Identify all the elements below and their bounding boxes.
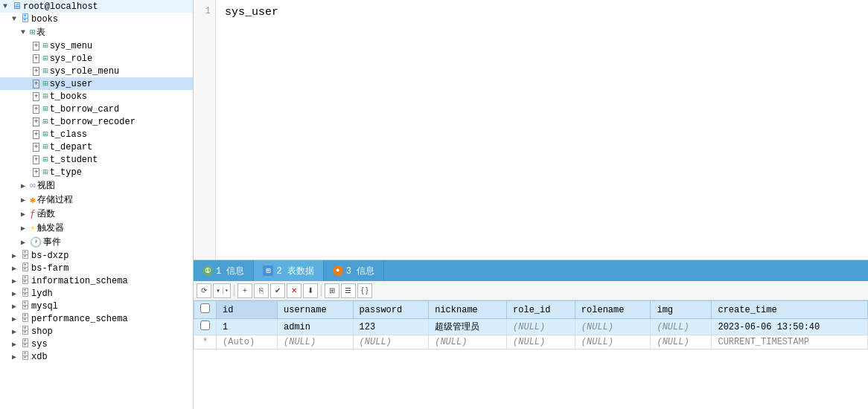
cell-create_time[interactable]: 2023-06-06 13:50:40	[712, 319, 868, 335]
table-icon: ⊞	[42, 141, 48, 152]
db-icon: 🗄	[21, 351, 30, 362]
new-cell-id[interactable]: (Auto)	[217, 335, 278, 350]
cell-password[interactable]: 123	[353, 319, 429, 335]
tab-circle-info3: ●	[333, 265, 343, 276]
trigger-expand-icon: ▶	[21, 224, 28, 233]
event-icon: 🕐	[30, 236, 42, 248]
trigger-label: 触发器	[37, 222, 64, 234]
cell-id[interactable]: 1	[217, 319, 278, 335]
db-name: sys	[31, 339, 48, 350]
db-shop[interactable]: ▶ 🗄 shop	[0, 325, 193, 338]
new-cell-nickname[interactable]: (NULL)	[429, 335, 507, 350]
books-db-icon: 🗄	[21, 13, 30, 25]
new-cell-rolename[interactable]: (NULL)	[575, 335, 651, 350]
btn-copy-row[interactable]: ⎘	[254, 283, 269, 298]
cell-rolename[interactable]: (NULL)	[575, 319, 651, 335]
table-icon: ⊞	[42, 154, 48, 165]
table-t_student[interactable]: + ⊞ t_student	[0, 153, 193, 166]
btn-delete-row[interactable]: ✕	[287, 283, 301, 298]
table-sys_role[interactable]: + ⊞ sys_role	[0, 52, 193, 65]
sql-editor[interactable]: 1 sys_user	[194, 0, 868, 260]
db-icon: 🗄	[21, 288, 30, 299]
table-icon: ⊞	[42, 129, 48, 140]
group-triggers[interactable]: ▶ ⚡ 触发器	[0, 221, 193, 235]
btn-json-view[interactable]: { }	[357, 283, 372, 298]
select-all-checkbox[interactable]	[200, 303, 210, 313]
table-sys_user[interactable]: + ⊞ sys_user	[0, 77, 193, 90]
separator2	[321, 285, 322, 297]
db-xdb[interactable]: ▶ 🗄 xdb	[0, 350, 193, 363]
table-icon: ⊞	[42, 167, 48, 178]
btn-grid-view[interactable]: ⊞	[325, 283, 339, 298]
cell-username[interactable]: admin	[278, 319, 354, 335]
db-sys[interactable]: ▶ 🗄 sys	[0, 338, 193, 350]
row-checkbox[interactable]	[200, 321, 210, 330]
sidebar: ▼ 🖥 root@localhost ▼ 🗄 books ▼ ⊞ 表 + ⊞ s…	[0, 0, 194, 409]
table-sys_role_menu[interactable]: + ⊞ sys_role_menu	[0, 65, 193, 77]
plus-icon: +	[33, 92, 39, 101]
group-views[interactable]: ▶ ∞ 视图	[0, 178, 193, 193]
db-bs-farm[interactable]: ▶ 🗄 bs-farm	[0, 262, 193, 274]
db-bs-dxzp[interactable]: ▶ 🗄 bs-dxzp	[0, 249, 193, 262]
db-name: shop	[31, 326, 53, 337]
new-cell-img[interactable]: (NULL)	[651, 335, 712, 350]
db-icon: 🗄	[21, 326, 30, 337]
table-name: sys_role_menu	[50, 66, 120, 77]
btn-refresh[interactable]: ⟳	[197, 283, 211, 298]
tab-info1[interactable]: ① 1 信息	[194, 260, 254, 281]
new-row: * (Auto) (NULL) (NULL) (NULL) (NULL) (NU…	[194, 335, 868, 350]
new-cell-username[interactable]: (NULL)	[278, 335, 354, 350]
db-icon: 🗄	[21, 313, 30, 324]
table-t_depart[interactable]: + ⊞ t_depart	[0, 141, 193, 153]
cell-nickname[interactable]: 超级管理员	[429, 319, 507, 335]
line-numbers: 1	[194, 0, 216, 260]
sidebar-root[interactable]: ▼ 🖥 root@localhost	[0, 0, 193, 13]
db-books[interactable]: ▼ 🗄 books	[0, 13, 193, 25]
btn-form-view[interactable]: ☰	[341, 283, 356, 298]
table-icon: ⊞	[42, 103, 48, 115]
table-sys_menu[interactable]: + ⊞ sys_menu	[0, 39, 193, 52]
table-t_class[interactable]: + ⊞ t_class	[0, 128, 193, 141]
plus-icon: +	[33, 143, 39, 152]
table-t_books[interactable]: + ⊞ t_books	[0, 90, 193, 103]
table-name: t_student	[50, 155, 98, 165]
table-icon: ⊞	[42, 65, 48, 77]
table-t_borrow_card[interactable]: + ⊞ t_borrow_card	[0, 103, 193, 115]
plus-icon: +	[33, 155, 39, 164]
table-t_type[interactable]: + ⊞ t_type	[0, 166, 193, 178]
db-name: lydh	[31, 289, 53, 299]
new-cell-role_id[interactable]: (NULL)	[507, 335, 575, 350]
cell-img[interactable]: (NULL)	[651, 319, 712, 335]
new-cell-create_time[interactable]: CURRENT_TIMESTAMP	[712, 335, 868, 350]
tab-info3[interactable]: ● 3 信息	[324, 260, 384, 281]
expand-icon: ▶	[12, 251, 19, 260]
group-functions[interactable]: ▶ ƒ 函数	[0, 207, 193, 221]
table-name: sys_role	[50, 54, 93, 64]
separator1	[234, 285, 234, 297]
views-expand-icon: ▶	[21, 181, 28, 190]
db-lydh[interactable]: ▶ 🗄 lydh	[0, 287, 193, 300]
group-events[interactable]: ▶ 🕐 事件	[0, 235, 193, 249]
group-tables[interactable]: ▼ ⊞ 表	[0, 25, 193, 39]
trigger-icon: ⚡	[30, 222, 36, 234]
db-performance_schema[interactable]: ▶ 🗄 performance_schema	[0, 312, 193, 325]
tab-circle-tabledata: ⊞	[263, 265, 273, 276]
btn-import[interactable]: ⬇	[303, 283, 318, 298]
db-mysql[interactable]: ▶ 🗄 mysql	[0, 300, 193, 312]
col-rolename: rolename	[575, 301, 651, 319]
group-procedures[interactable]: ▶ ✱ 存储过程	[0, 193, 193, 207]
db-name: information_schema	[31, 276, 128, 286]
plus-icon: +	[33, 105, 39, 114]
expand-icon: ▶	[12, 340, 19, 349]
btn-dropdown[interactable]: ▾ ▾	[213, 283, 231, 298]
plus-icon: +	[33, 130, 39, 139]
btn-add-row[interactable]: +	[237, 283, 252, 298]
bottom-panel: ① 1 信息 ⊞ 2 表数据 ● 3 信息 ⟳ ▾ ▾ + ⎘ ✔ ✕	[194, 260, 868, 409]
table-t_borrow_recoder[interactable]: + ⊞ t_borrow_recoder	[0, 115, 193, 128]
table-name: sys_user	[50, 79, 93, 89]
tab-tabledata[interactable]: ⊞ 2 表数据	[254, 260, 323, 281]
new-cell-password[interactable]: (NULL)	[353, 335, 429, 350]
db-information_schema[interactable]: ▶ 🗄 information_schema	[0, 274, 193, 287]
btn-save-row[interactable]: ✔	[270, 283, 285, 298]
cell-role_id[interactable]: (NULL)	[507, 319, 575, 335]
